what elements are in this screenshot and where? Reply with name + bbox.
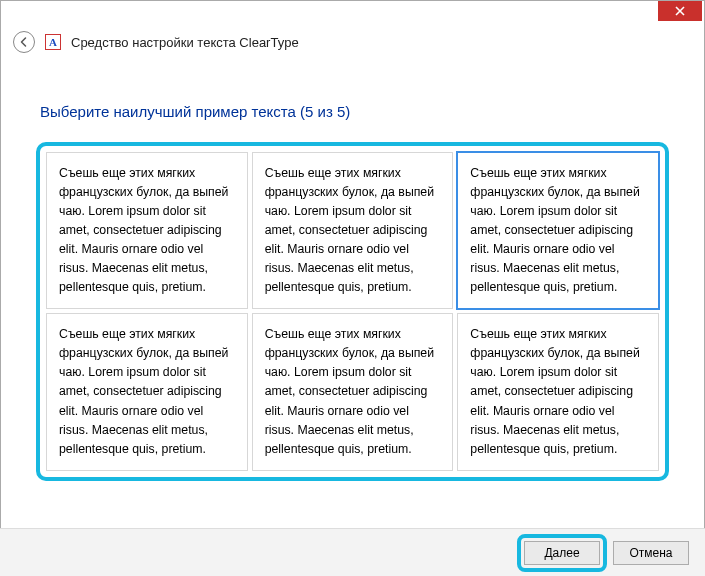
- cancel-button[interactable]: Отмена: [613, 541, 689, 565]
- titlebar: [1, 1, 704, 29]
- content-area: Выберите наилучший пример текста (5 из 5…: [1, 65, 704, 481]
- close-icon: [675, 6, 685, 16]
- next-button-highlight: Далее: [517, 534, 607, 572]
- text-sample[interactable]: Съешь еще этих мягких французских булок,…: [46, 313, 248, 470]
- footer: Далее Отмена: [0, 528, 705, 576]
- back-button[interactable]: [13, 31, 35, 53]
- text-sample[interactable]: Съешь еще этих мягких французских булок,…: [252, 313, 454, 470]
- window-title: Средство настройки текста ClearType: [71, 35, 299, 50]
- header: A Средство настройки текста ClearType: [1, 29, 704, 65]
- text-sample[interactable]: Съешь еще этих мягких французских булок,…: [46, 152, 248, 309]
- arrow-left-icon: [18, 36, 30, 48]
- instruction-text: Выберите наилучший пример текста (5 из 5…: [40, 103, 669, 120]
- samples-highlight-frame: Съешь еще этих мягких французских булок,…: [36, 142, 669, 481]
- app-icon: A: [45, 34, 61, 50]
- text-sample[interactable]: Съешь еще этих мягких французских булок,…: [457, 152, 659, 309]
- samples-grid: Съешь еще этих мягких французских булок,…: [46, 152, 659, 471]
- next-button[interactable]: Далее: [524, 541, 600, 565]
- close-button[interactable]: [658, 1, 702, 21]
- text-sample[interactable]: Съешь еще этих мягких французских булок,…: [252, 152, 454, 309]
- text-sample[interactable]: Съешь еще этих мягких французских булок,…: [457, 313, 659, 470]
